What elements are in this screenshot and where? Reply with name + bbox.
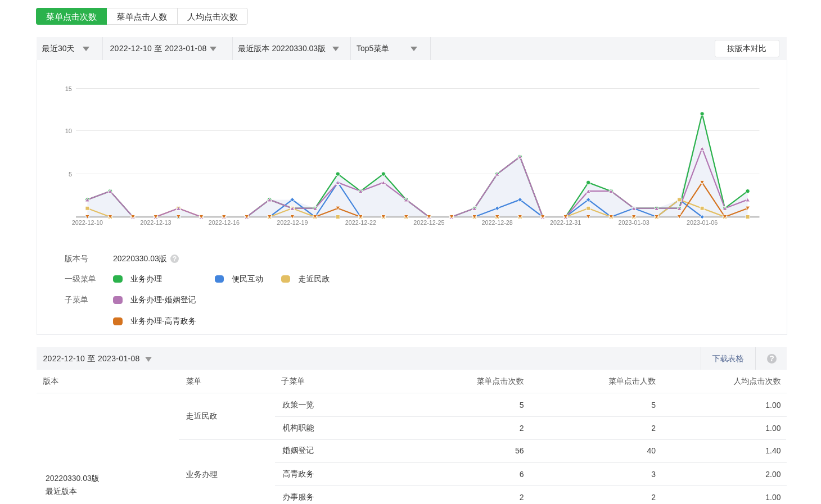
svg-text:2022-12-31: 2022-12-31: [550, 219, 581, 226]
svg-text:2023-01-03: 2023-01-03: [619, 219, 649, 226]
svg-text:2022-12-19: 2022-12-19: [277, 219, 308, 226]
svg-text:2022-12-22: 2022-12-22: [345, 219, 376, 226]
svg-text:5: 5: [69, 171, 72, 178]
svg-text:2022-12-28: 2022-12-28: [482, 219, 513, 226]
svg-text:2022-12-25: 2022-12-25: [413, 219, 444, 226]
svg-text:2022-12-16: 2022-12-16: [209, 219, 240, 226]
svg-text:10: 10: [65, 128, 72, 134]
svg-text:2023-01-06: 2023-01-06: [687, 219, 718, 226]
svg-text:15: 15: [65, 85, 72, 92]
svg-text:2022-12-10: 2022-12-10: [72, 219, 103, 226]
svg-text:2022-12-13: 2022-12-13: [140, 219, 171, 226]
